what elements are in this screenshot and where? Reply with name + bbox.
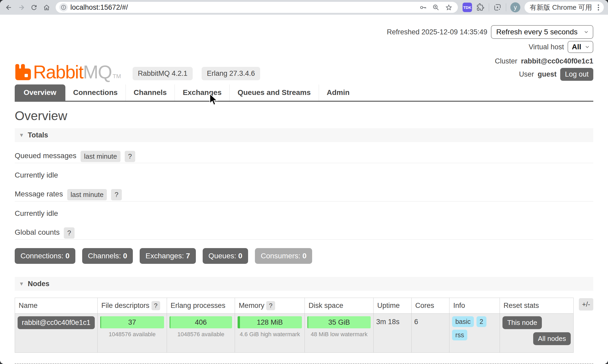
rabbitmq-version-badge: RabbitMQ 4.2.1	[133, 67, 193, 80]
info-badge-rss: rss	[452, 330, 467, 340]
message-rates-status: Currently idle	[15, 209, 593, 218]
browser-window: localhost:15672/#/ TDK y 有新版 Chrome 可用	[0, 0, 608, 364]
col-disk-space: Disk space	[305, 298, 374, 314]
tdk-extension-badge[interactable]: TDK	[463, 3, 472, 12]
refresh-interval-select[interactable]: Refresh every 5 seconds	[491, 25, 593, 39]
queues-count-button[interactable]: Queues: 0	[203, 248, 248, 264]
info-badge-basic: basic	[452, 316, 474, 327]
chrome-update-button[interactable]: 有新版 Chrome 可用	[525, 2, 604, 13]
node-name-cell: rabbit@cc0c40f0e1c1	[15, 314, 98, 353]
vhost-label: Virtual host	[529, 43, 564, 51]
password-key-icon[interactable]	[419, 4, 427, 11]
home-icon	[43, 4, 50, 11]
queued-messages-status: Currently idle	[15, 171, 593, 179]
message-rates-label: Message rates	[15, 190, 63, 198]
chevron-down-icon	[584, 44, 590, 50]
reload-icon	[30, 4, 38, 11]
disk-usage-bar: 35 GiB	[307, 316, 371, 328]
refreshed-timestamp: Refreshed 2025-12-09 14:35:49	[387, 28, 487, 36]
reload-button[interactable]	[28, 2, 39, 13]
tab-connections[interactable]: Connections	[65, 84, 126, 101]
cluster-label: Cluster	[495, 57, 517, 65]
refresh-interval-value: Refresh every 5 seconds	[496, 28, 578, 36]
col-info: Info	[449, 298, 500, 314]
consumers-count-button[interactable]: Consumers: 0	[255, 248, 312, 264]
forward-button[interactable]	[16, 2, 27, 13]
toolbar-divider	[506, 3, 506, 11]
memory-help-badge[interactable]: ?	[266, 301, 275, 310]
node-cores-cell: 6	[411, 314, 449, 353]
chrome-update-label: 有新版 Chrome 可用	[530, 3, 592, 12]
tab-channels[interactable]: Channels	[125, 84, 175, 101]
rabbitmq-overview-page: Rabbit MQ TM RabbitMQ 4.2.1 Erlang 27.3.…	[0, 15, 608, 364]
tab-queues-streams[interactable]: Queues and Streams	[229, 84, 319, 101]
collapse-triangle-icon: ▼	[19, 132, 24, 138]
logout-button[interactable]: Log out	[560, 68, 593, 81]
node-name-badge[interactable]: rabbit@cc0c40f0e1c1	[18, 316, 95, 329]
address-bar[interactable]: localhost:15672/#/	[56, 2, 458, 13]
reset-this-node-button[interactable]: This node	[502, 316, 542, 329]
global-counts-help-badge[interactable]: ?	[64, 227, 74, 239]
logo-text-mq: MQ	[83, 63, 112, 81]
info-icon	[61, 4, 66, 10]
col-erlang-processes: Erlang processes	[167, 298, 235, 314]
node-memory-cell: 128 MiB 4.6 GiB high watermark	[235, 314, 305, 353]
tab-admin[interactable]: Admin	[319, 84, 358, 101]
browser-toolbar: localhost:15672/#/ TDK y 有新版 Chrome 可用	[0, 0, 608, 15]
exchanges-count-button[interactable]: Exchanges: 7	[140, 248, 196, 264]
rabbitmq-logo-icon	[15, 63, 32, 81]
bookmark-star-icon[interactable]	[445, 4, 453, 11]
collapse-triangle-icon: ▼	[19, 281, 24, 287]
disk-watermark-label: 48 MiB low watermark	[307, 331, 371, 338]
col-cores: Cores	[411, 298, 449, 314]
queued-messages-help-badge[interactable]: ?	[125, 151, 135, 162]
toolbar-divider	[489, 3, 489, 11]
profile-avatar[interactable]: y	[510, 2, 520, 12]
zoom-in-icon[interactable]	[432, 4, 440, 11]
node-row: rabbit@cc0c40f0e1c1 37 1048576 available…	[15, 314, 574, 353]
connections-count-button[interactable]: Connections: 0	[15, 248, 75, 264]
tab-exchanges[interactable]: Exchanges	[175, 84, 229, 101]
url-text[interactable]: localhost:15672/#/	[70, 3, 128, 12]
memory-watermark-label: 4.6 GiB high watermark	[238, 331, 302, 338]
screen-capture-icon[interactable]	[493, 3, 502, 12]
node-disk-cell: 35 GiB 48 MiB low watermark	[305, 314, 374, 353]
vhost-select[interactable]: All	[568, 41, 593, 53]
main-nav-tabs: Overview Connections Channels Exchanges …	[15, 84, 593, 102]
channels-count-button[interactable]: Channels: 0	[82, 248, 133, 264]
fd-usage-bar: 37	[100, 316, 164, 328]
proc-usage-bar: 406	[170, 316, 232, 328]
message-rates-help-badge[interactable]: ?	[111, 189, 122, 200]
nodes-section-header[interactable]: ▼ Nodes	[15, 277, 593, 291]
logo-trademark: TM	[113, 73, 121, 81]
proc-available-label: 1048576 available	[170, 331, 232, 338]
queued-messages-range-badge[interactable]: last minute	[81, 151, 120, 162]
node-info-cell: basic 2 rss	[449, 314, 500, 353]
mouse-cursor	[209, 93, 218, 107]
reset-all-nodes-button[interactable]: All nodes	[533, 332, 571, 345]
columns-expander-button[interactable]: +/-	[579, 298, 593, 311]
user-label: User	[519, 70, 534, 78]
rabbitmq-logo[interactable]: Rabbit MQ TM RabbitMQ 4.2.1 Erlang 27.3.…	[15, 25, 260, 81]
site-info-button[interactable]	[59, 3, 68, 12]
tab-overview[interactable]: Overview	[15, 84, 65, 101]
global-counts-buttons: Connections: 0 Channels: 0 Exchanges: 7 …	[15, 248, 593, 264]
back-button[interactable]	[3, 2, 14, 13]
erlang-version-badge: Erlang 27.3.4.6	[202, 67, 260, 80]
message-rates-range-badge[interactable]: last minute	[67, 189, 107, 200]
queued-messages-label: Queued messages	[15, 152, 76, 160]
fd-help-badge[interactable]: ?	[151, 301, 160, 310]
nodes-section-title: Nodes	[28, 280, 50, 288]
node-fd-cell: 37 1048576 available	[97, 314, 167, 353]
message-rates-header: Message rates last minute ?	[15, 188, 593, 201]
col-memory: Memory ?	[235, 298, 305, 314]
menu-kebab-icon[interactable]	[596, 3, 601, 12]
node-uptime-cell: 3m 18s	[374, 314, 412, 353]
col-name: Name	[15, 298, 98, 314]
extensions-puzzle-icon[interactable]	[476, 3, 485, 12]
home-button[interactable]	[41, 2, 52, 13]
back-icon	[5, 4, 13, 11]
fd-available-label: 1048576 available	[100, 331, 164, 338]
totals-section-header[interactable]: ▼ Totals	[15, 128, 593, 142]
node-proc-cell: 406 1048576 available	[167, 314, 235, 353]
